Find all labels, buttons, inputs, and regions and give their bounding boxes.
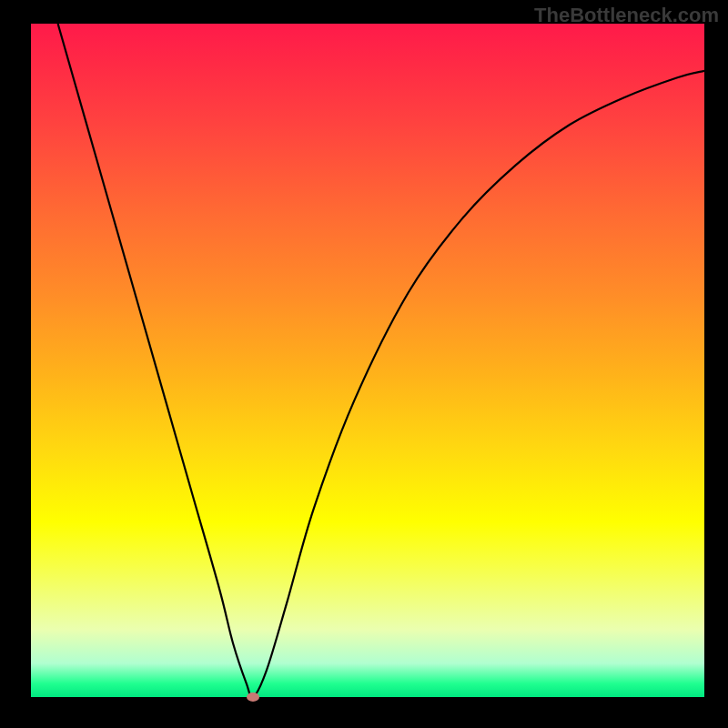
chart-curve <box>31 24 704 697</box>
watermark-text: TheBottleneck.com <box>534 4 719 27</box>
chart-plot-area <box>31 24 704 697</box>
minimum-marker <box>247 693 259 702</box>
